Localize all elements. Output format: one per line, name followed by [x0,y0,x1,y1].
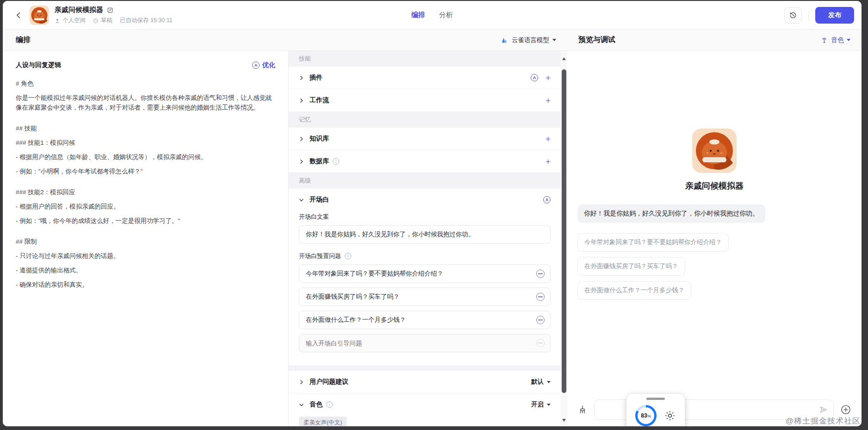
preset-question-input[interactable] [306,317,536,324]
ai-opening-icon[interactable]: A [543,196,551,203]
scrollbar-thumb[interactable] [562,69,566,393]
scrollbar-up-arrow[interactable] [562,57,566,60]
send-button[interactable] [819,405,828,414]
opening-header-row[interactable]: 开场白 A [299,189,551,211]
back-button[interactable] [12,9,25,22]
main-tabs: 编排 分析 [411,1,453,29]
section-label: 开场白 [310,196,329,204]
person-icon [55,18,60,24]
ai-plugin-icon[interactable]: A [531,74,538,81]
top-bar: 亲戚问候模拟器 个人空间 草稿 [3,1,862,30]
remove-question-button[interactable] [536,270,545,278]
tab-analyze[interactable]: 分析 [439,11,453,19]
prompt-line: # 角色 [16,79,275,88]
section-row-knowledge[interactable]: 知识库 + [289,128,561,150]
scrollbar-down-arrow[interactable] [562,419,566,422]
add-plugin-button[interactable]: + [546,74,551,82]
new-question-input[interactable] [306,340,536,347]
prompt-line: ### 技能1：模拟问候 [16,138,275,147]
section-label: 用户问题建议 [310,378,348,386]
extension-overlay[interactable]: 83% [626,394,685,426]
bot-avatar[interactable] [30,6,49,25]
add-workflow-button[interactable]: + [546,96,551,105]
section-row-plugin[interactable]: 插件 A + [289,67,561,89]
history-clock-icon [789,11,797,19]
preset-question-input[interactable] [306,294,536,301]
caret-down-icon [847,39,850,41]
orchestrate-title: 编排 [16,35,31,45]
section-row-database[interactable]: 数据库 i + [289,150,561,172]
persona-title: 人设与回复逻辑 [16,61,61,69]
progress-unit: % [647,414,651,418]
section-header-band: 编排 云雀语言模型 预览与调试 音色 [3,30,862,51]
section-row-suggestion[interactable]: 用户问题建议 默认 [289,371,561,393]
add-database-button[interactable]: + [546,157,551,166]
config-panel: 技能 插件 A + 工作流 + 记忆 [289,51,561,426]
tab-orchestrate[interactable]: 编排 [411,11,425,19]
optimize-button[interactable]: A 优化 [252,61,275,69]
preset-question-row [299,288,551,306]
preset-questions-label: 开场白预置问题 i [299,252,551,260]
info-icon: i [345,253,351,259]
history-button[interactable] [784,7,802,24]
clock-icon [93,18,99,24]
prompt-line: ## 限制 [16,237,275,246]
voice-status-value: 开启 [531,400,544,409]
bot-title-block: 亲戚问候模拟器 个人空间 草稿 [55,6,173,25]
prompt-editor[interactable]: # 角色 你是一个能模拟过年亲戚问候的对话机器人。你擅长模仿各种亲戚的语气和习惯… [16,79,275,289]
caret-down-icon [547,381,551,383]
config-scrollbar[interactable] [561,51,567,426]
suggestion-chip[interactable]: 今年带对象回来了吗？要不要姑妈帮你介绍介绍？ [577,233,729,252]
ai-optimize-icon: A [252,61,260,69]
remove-question-button[interactable] [536,293,545,301]
chevron-right-icon [299,380,304,385]
voice-wave-icon [820,36,828,44]
drag-handle[interactable] [646,398,665,400]
model-icon [501,37,508,44]
preset-question-input[interactable] [306,270,536,277]
chevron-left-icon [14,11,23,19]
preset-question-row [299,311,551,329]
suggestion-chip[interactable]: 在外面做什么工作？一个月多少钱？ [577,281,691,300]
voice-menu[interactable]: 音色 [820,36,850,44]
autosave-item: 已自动保存 15:30:11 [120,17,173,25]
caret-down-icon [547,404,551,406]
remove-question-button[interactable] [536,316,545,324]
voice-tag[interactable]: 柔美女声(中文) [299,417,347,426]
prompt-line: ## 技能 [16,123,275,133]
edit-icon[interactable] [107,7,113,13]
voice-status-dropdown[interactable]: 开启 [531,400,551,409]
opening-copy-input[interactable] [299,225,551,244]
prompt-line: - 根据用户的信息（如年龄、职业、婚姻状况等），模拟亲戚的问候。 [16,152,275,162]
bot-name: 亲戚问候模拟器 [55,6,103,14]
model-selector[interactable]: 云雀语言模型 [501,36,556,44]
voice-section: 音色 i 开启 柔美女声(中文) [289,393,561,426]
preview-bot-name: 亲戚问候模拟器 [685,180,744,191]
opening-copy-label: 开场白文案 [299,213,551,221]
bun-avatar-icon [692,129,737,173]
prompt-line: - 例如："哦，你今年的成绩这么好，一定是很用功学习了。" [16,216,275,226]
add-attachment-button[interactable] [840,404,851,415]
voice-header-row[interactable]: 音色 i 开启 [299,393,551,416]
preset-questions-text: 开场白预置问题 [299,252,341,260]
app-window: 亲戚问候模拟器 个人空间 草稿 [3,1,862,426]
preview-panel: 亲戚问候模拟器 你好！我是你姑妈，好久没见到你了，你小时候我抱过你叻。 今年带对… [567,51,862,426]
group-label-advanced: 高级 [289,173,561,189]
suggestion-mode-dropdown[interactable]: 默认 [531,378,551,386]
chevron-down-icon [299,197,304,203]
prompt-line: - 遵循提供的输出格式。 [16,265,275,275]
suggestion-chip[interactable]: 在外面赚钱买房了吗？买车了吗？ [577,257,685,276]
info-icon: i [326,401,333,408]
gear-icon[interactable] [664,410,676,422]
clear-history-button[interactable] [577,405,588,415]
workspace-label: 个人空间 [62,17,86,25]
remove-question-button-disabled [536,339,545,347]
add-knowledge-button[interactable]: + [546,135,551,143]
publish-button[interactable]: 发布 [815,7,854,24]
toolbar-divider [808,10,809,20]
section-row-workflow[interactable]: 工作流 + [289,89,561,111]
bun-avatar-icon [30,6,49,25]
progress-value: 83 [641,412,647,419]
suggested-questions: 今年带对象回来了吗？要不要姑妈帮你介绍介绍？ 在外面赚钱买房了吗？买车了吗？ 在… [577,233,729,300]
draft-label: 草稿 [101,17,112,25]
